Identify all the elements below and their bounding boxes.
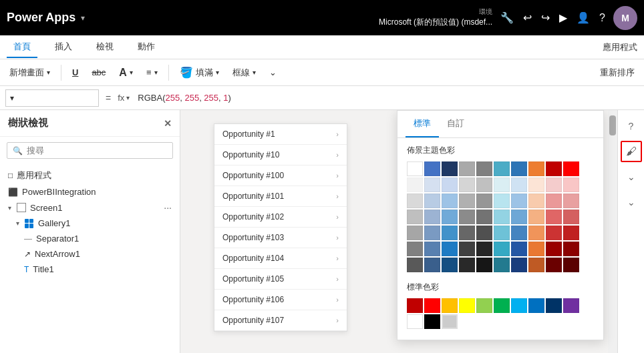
std-swatch-green[interactable] — [494, 298, 510, 313]
swatch[interactable] — [528, 161, 544, 176]
user-icon[interactable]: 👤 — [577, 11, 590, 24]
swatch[interactable] — [459, 258, 475, 272]
sidebar-item-screen1[interactable]: ▾ Screen1 ··· — [0, 200, 180, 216]
fx-button[interactable]: fx ▾ — [118, 93, 130, 103]
app-chevron[interactable]: ▾ — [81, 13, 85, 23]
new-screen-button[interactable]: 新增畫面 ▾ — [4, 64, 55, 81]
screen1-dots[interactable]: ··· — [164, 202, 172, 213]
swatch[interactable] — [459, 226, 475, 240]
swatch[interactable] — [442, 258, 458, 272]
canvas-item-8[interactable]: Opportunity #106 › — [214, 290, 347, 310]
canvas-item-4[interactable]: Opportunity #102 › — [214, 207, 347, 228]
swatch[interactable] — [546, 194, 562, 208]
std-swatch-transparent[interactable] — [442, 314, 458, 329]
swatch[interactable] — [563, 210, 579, 224]
sidebar-search[interactable]: 🔍 — [7, 142, 173, 159]
scrollbar-thumb[interactable] — [609, 115, 616, 135]
swatch[interactable] — [459, 242, 475, 256]
swatch[interactable] — [424, 242, 440, 256]
std-swatch-blue[interactable] — [528, 298, 544, 313]
swatch[interactable] — [494, 258, 510, 272]
swatch[interactable] — [424, 258, 440, 272]
sidebar-item-separator1[interactable]: — Separator1 — [0, 231, 180, 246]
swatch[interactable] — [494, 178, 510, 192]
swatch[interactable] — [546, 210, 562, 224]
swatch[interactable] — [511, 194, 527, 208]
tab-view[interactable]: 檢視 — [90, 37, 120, 58]
formula-input[interactable]: RGBA(255, 255, 255, 1) — [134, 93, 639, 103]
swatch[interactable] — [459, 210, 475, 224]
paint-button[interactable]: 🖌 — [621, 141, 642, 162]
std-swatch-purple[interactable] — [563, 298, 579, 313]
swatch[interactable] — [528, 178, 544, 192]
std-swatch-darkred[interactable] — [407, 298, 423, 313]
swatch[interactable] — [459, 178, 475, 192]
canvas-scrollbar[interactable] — [608, 110, 617, 353]
std-swatch-darkblue[interactable] — [546, 298, 562, 313]
swatch[interactable] — [442, 226, 458, 240]
formula-selector[interactable]: ▾ — [5, 89, 99, 107]
swatch[interactable] — [407, 258, 423, 272]
swatch[interactable] — [424, 178, 440, 192]
std-swatch-lightblue[interactable] — [511, 298, 527, 313]
align-button[interactable]: ≡ ▾ — [141, 65, 163, 80]
swatch[interactable] — [563, 178, 579, 192]
canvas-item-1[interactable]: Opportunity #10 › — [214, 145, 347, 165]
swatch[interactable] — [476, 242, 492, 256]
swatch[interactable] — [528, 194, 544, 208]
font-size-button[interactable]: A ▾ — [114, 64, 138, 81]
swatch[interactable] — [424, 226, 440, 240]
std-swatch-white[interactable] — [407, 314, 423, 329]
swatch[interactable] — [407, 242, 423, 256]
std-swatch-lightgreen[interactable] — [476, 298, 492, 313]
swatch[interactable] — [528, 242, 544, 256]
swatch[interactable] — [528, 210, 544, 224]
tab-standard[interactable]: 標準 — [406, 111, 439, 137]
border-button[interactable]: 框線 ▾ — [227, 64, 261, 81]
swatch[interactable] — [424, 210, 440, 224]
swatch[interactable] — [511, 226, 527, 240]
std-swatch-black[interactable] — [424, 314, 440, 329]
swatch[interactable] — [407, 194, 423, 208]
swatch[interactable] — [476, 161, 492, 176]
swatch[interactable] — [563, 161, 579, 176]
strikethrough-button[interactable]: abc — [86, 65, 111, 80]
canvas-item-9[interactable]: Opportunity #107 › — [214, 310, 347, 331]
swatch[interactable] — [528, 258, 544, 272]
swatch[interactable] — [476, 194, 492, 208]
underline-button[interactable]: U — [67, 65, 84, 80]
canvas-item-2[interactable]: Opportunity #100 › — [214, 165, 347, 186]
sidebar-item-app[interactable]: □ 應用程式 — [0, 167, 180, 184]
swatch[interactable] — [459, 161, 475, 176]
canvas-item-3[interactable]: Opportunity #101 › — [214, 186, 347, 207]
reorder-button[interactable]: 重新排序 — [595, 64, 640, 81]
swatch[interactable] — [546, 161, 562, 176]
swatch[interactable] — [424, 161, 440, 176]
swatch[interactable] — [546, 226, 562, 240]
search-input[interactable] — [27, 145, 167, 155]
swatch[interactable] — [511, 242, 527, 256]
swatch[interactable] — [476, 258, 492, 272]
swatch[interactable] — [563, 258, 579, 272]
sidebar-item-title1[interactable]: T Title1 — [0, 262, 180, 277]
std-swatch-red[interactable] — [424, 298, 440, 313]
swatch[interactable] — [494, 226, 510, 240]
swatch[interactable] — [511, 210, 527, 224]
swatch[interactable] — [442, 242, 458, 256]
swatch[interactable] — [494, 161, 510, 176]
fill-button[interactable]: 🪣 填滿 ▾ — [174, 63, 224, 81]
canvas-item-7[interactable]: Opportunity #105 › — [214, 269, 347, 290]
close-icon[interactable]: ✕ — [164, 118, 172, 129]
swatch[interactable] — [546, 258, 562, 272]
help-button[interactable]: ? — [621, 115, 642, 137]
swatch[interactable] — [563, 226, 579, 240]
swatch[interactable] — [442, 210, 458, 224]
swatch[interactable] — [494, 210, 510, 224]
sidebar-item-gallery1[interactable]: ▾ Gallery1 — [0, 216, 180, 231]
swatch[interactable] — [528, 226, 544, 240]
undo-icon[interactable]: ↩ — [523, 11, 532, 24]
swatch[interactable] — [459, 194, 475, 208]
swatch[interactable] — [476, 210, 492, 224]
swatch[interactable] — [511, 258, 527, 272]
swatch[interactable] — [424, 194, 440, 208]
